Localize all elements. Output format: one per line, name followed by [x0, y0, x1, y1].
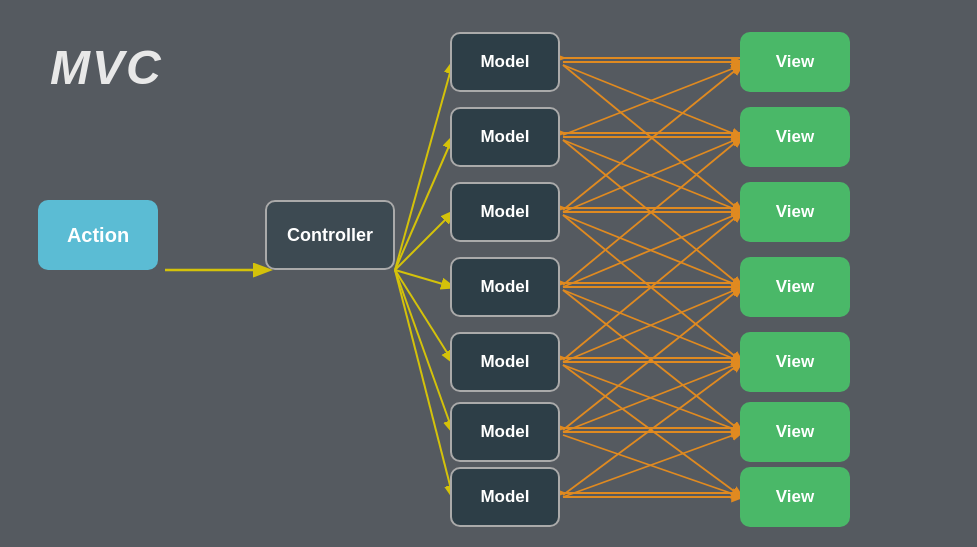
- svg-line-13: [563, 140, 742, 212]
- model-box-6: Model: [450, 402, 560, 462]
- svg-line-34: [563, 362, 742, 495]
- slide: MVC: [0, 0, 977, 547]
- model-box-7: Model: [450, 467, 560, 527]
- svg-line-19: [563, 215, 742, 362]
- svg-line-24: [563, 290, 742, 432]
- svg-line-31: [563, 362, 742, 432]
- svg-line-4: [395, 270, 453, 287]
- view-box-3: View: [740, 182, 850, 242]
- view-box-7: View: [740, 467, 850, 527]
- svg-line-20: [563, 137, 742, 285]
- svg-line-11: [563, 65, 742, 135]
- svg-line-6: [395, 270, 453, 432]
- svg-line-28: [563, 365, 742, 432]
- svg-line-1: [395, 62, 453, 270]
- svg-line-23: [563, 290, 742, 362]
- controller-box: Controller: [265, 200, 395, 270]
- svg-line-25: [563, 212, 742, 360]
- svg-line-33: [563, 435, 742, 497]
- svg-line-16: [563, 137, 742, 212]
- svg-line-30: [563, 287, 742, 430]
- svg-line-15: [563, 65, 742, 210]
- svg-line-10: [563, 65, 742, 212]
- model-box-4: Model: [450, 257, 560, 317]
- svg-line-9: [563, 65, 742, 137]
- model-box-1: Model: [450, 32, 560, 92]
- action-box: Action: [38, 200, 158, 270]
- svg-line-3: [395, 212, 453, 270]
- view-box-5: View: [740, 332, 850, 392]
- model-box-2: Model: [450, 107, 560, 167]
- model-box-3: Model: [450, 182, 560, 242]
- view-box-2: View: [740, 107, 850, 167]
- view-box-4: View: [740, 257, 850, 317]
- model-box-5: Model: [450, 332, 560, 392]
- svg-line-2: [395, 137, 453, 270]
- view-box-6: View: [740, 402, 850, 462]
- svg-line-7: [395, 270, 453, 497]
- svg-line-35: [563, 432, 742, 497]
- svg-line-21: [563, 212, 742, 287]
- svg-line-14: [563, 140, 742, 287]
- view-box-1: View: [740, 32, 850, 92]
- svg-line-5: [395, 270, 453, 362]
- svg-line-29: [563, 365, 742, 497]
- svg-line-26: [563, 287, 742, 362]
- svg-line-18: [563, 215, 742, 287]
- page-title: MVC: [50, 40, 163, 95]
